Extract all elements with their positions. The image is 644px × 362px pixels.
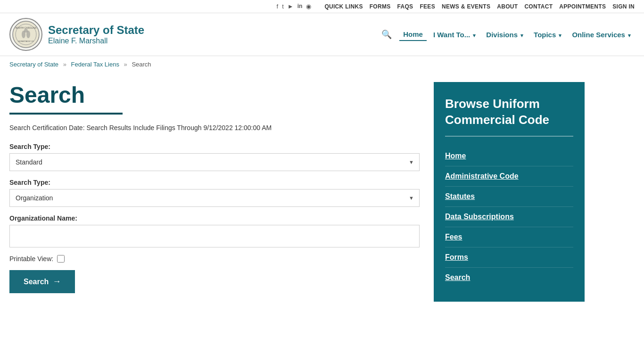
svg-text:DEPARTMENT OF: DEPARTMENT OF (18, 40, 34, 42)
nav-home[interactable]: Home (399, 28, 427, 41)
fees-link[interactable]: FEES (420, 3, 435, 10)
nav-divisions[interactable]: Divisions ▾ (482, 29, 527, 41)
svg-point-0 (13, 21, 39, 48)
search-type-select-wrapper: Standard Exact Name Only (9, 153, 420, 171)
nav-i-want-to[interactable]: I Want To... ▾ (429, 29, 479, 41)
news-events-link[interactable]: NEWS & EVENTS (442, 3, 490, 10)
svg-point-6 (24, 29, 28, 33)
org-name: Secretary of State Elaine F. Marshall (48, 24, 144, 46)
sidebar-item-home[interactable]: Home (445, 146, 573, 166)
logo-circle: NORTH CAROLINA DEPARTMENT OF (9, 18, 42, 51)
sidebar-item-administrative-code[interactable]: Administrative Code (445, 166, 573, 187)
facebook-icon[interactable]: f (277, 3, 279, 10)
org-name-group: Organizational Name: (9, 214, 420, 247)
youtube-icon[interactable]: ► (288, 3, 294, 10)
breadcrumb-sep-2: » (124, 61, 127, 68)
title-underline (9, 113, 123, 115)
search-type-select[interactable]: Standard Exact Name Only (9, 153, 420, 171)
entity-type-select-wrapper: Organization Individual (9, 189, 420, 207)
org-title: Secretary of State (48, 24, 144, 37)
search-type-label: Search Type: (9, 143, 420, 150)
sidebar-title: Browse Uniform Commercial Code (445, 96, 573, 128)
logo-area: NORTH CAROLINA DEPARTMENT OF Secretary o… (9, 18, 151, 51)
chevron-down-icon: ▾ (471, 33, 476, 38)
entity-type-select[interactable]: Organization Individual (9, 189, 420, 207)
top-bar: f t ► in ◉ QUICK LINKS FORMS FAQS FEES N… (0, 0, 644, 13)
header: NORTH CAROLINA DEPARTMENT OF Secretary o… (0, 13, 644, 56)
main-layout: Search Search Certification Date: Search… (0, 73, 644, 311)
sidebar-item-forms[interactable]: Forms (445, 247, 573, 268)
content-area: Search Search Certification Date: Search… (9, 82, 420, 302)
sign-in-link[interactable]: SIGN IN (612, 3, 635, 10)
org-name-label: Organizational Name: (9, 214, 420, 222)
printable-view-row: Printable View: (9, 255, 420, 263)
sidebar-divider (445, 136, 573, 137)
about-link[interactable]: ABOUT (497, 3, 518, 10)
page-title: Search (9, 82, 420, 108)
linkedin-icon[interactable]: in (297, 3, 303, 10)
sidebar: Browse Uniform Commercial Code Home Admi… (434, 82, 585, 302)
social-icons: f t ► in ◉ (277, 3, 312, 10)
nav-online-services[interactable]: Online Services ▾ (568, 29, 635, 41)
chevron-down-icon: ▾ (627, 33, 631, 38)
appointments-link[interactable]: APPOINTMENTS (559, 3, 606, 10)
search-icon-button[interactable]: 🔍 (381, 29, 392, 40)
chevron-down-icon: ▾ (557, 33, 561, 38)
twitter-icon[interactable]: t (282, 3, 284, 10)
nav-topics[interactable]: Topics ▾ (530, 29, 565, 41)
rss-icon[interactable]: ◉ (306, 3, 311, 10)
breadcrumb: Secretary of State » Federal Tax Liens »… (0, 56, 644, 73)
search-button-label: Search (24, 278, 49, 286)
nav-area: 🔍 Home I Want To... ▾ Divisions ▾ Topics… (381, 28, 635, 41)
faqs-link[interactable]: FAQS (397, 3, 413, 10)
breadcrumb-federal-tax-liens[interactable]: Federal Tax Liens (71, 61, 119, 68)
breadcrumb-current: Search (132, 61, 151, 68)
sidebar-item-data-subscriptions[interactable]: Data Subscriptions (445, 207, 573, 227)
search-type-group: Search Type: Standard Exact Name Only (9, 143, 420, 171)
cert-date: Search Certification Date: Search Result… (9, 124, 420, 132)
search-button[interactable]: Search → (9, 270, 75, 293)
org-name-input[interactable] (9, 225, 420, 247)
printable-view-label: Printable View: (9, 255, 53, 263)
forms-link[interactable]: FORMS (370, 3, 391, 10)
search-arrow-icon: → (52, 277, 61, 287)
contact-link[interactable]: CONTACT (524, 3, 553, 10)
entity-type-group: Search Type: Organization Individual (9, 179, 420, 207)
entity-type-label: Search Type: (9, 179, 420, 186)
top-nav-links: QUICK LINKS FORMS FAQS FEES NEWS & EVENT… (324, 3, 635, 10)
chevron-down-icon: ▾ (519, 33, 523, 38)
sidebar-item-statutes[interactable]: Statutes (445, 187, 573, 207)
sidebar-item-search[interactable]: Search (445, 268, 573, 288)
sidebar-item-fees[interactable]: Fees (445, 227, 573, 247)
state-seal-icon: NORTH CAROLINA DEPARTMENT OF (12, 20, 40, 49)
breadcrumb-sep-1: » (63, 61, 66, 68)
breadcrumb-secretary-of-state[interactable]: Secretary of State (9, 61, 58, 68)
printable-view-checkbox[interactable] (57, 255, 65, 263)
quick-links-link[interactable]: QUICK LINKS (324, 3, 363, 10)
org-subtitle: Elaine F. Marshall (48, 37, 144, 45)
